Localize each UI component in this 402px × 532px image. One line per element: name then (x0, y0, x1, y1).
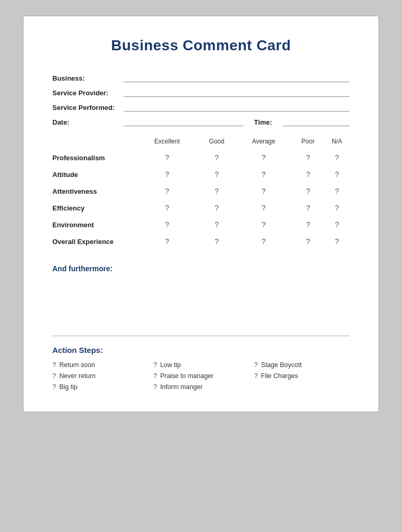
time-group: Time: (254, 117, 350, 126)
action-steps-grid: ?Return soon?Low tip?Stage Boycott?Never… (52, 361, 350, 391)
action-step-item[interactable]: ?Inform manger (153, 383, 249, 391)
action-step-item[interactable]: ?Never return (52, 372, 148, 380)
action-step-item[interactable]: ?Low tip (153, 361, 249, 369)
rating-cell[interactable]: ? (136, 233, 198, 250)
rating-row-label: Overall Experience (52, 233, 136, 250)
action-q-mark: ? (153, 361, 157, 369)
card-title: Business Comment Card (52, 37, 350, 54)
rating-cell[interactable]: ? (324, 199, 350, 216)
action-step-label: Inform manger (160, 383, 203, 391)
action-step-item[interactable]: ?Praise to manager (153, 372, 249, 380)
action-q-mark: ? (52, 361, 56, 369)
action-step-item[interactable]: ?File Charges (254, 372, 350, 380)
rating-cell[interactable]: ? (324, 183, 350, 199)
action-step-label: File Charges (261, 372, 298, 380)
service-provider-label: Service Provider: (52, 89, 120, 97)
date-time-row: Date: Time: (52, 117, 350, 126)
business-label: Business: (52, 74, 120, 82)
action-q-mark: ? (52, 372, 56, 380)
service-performed-field-row: Service Performed: (52, 102, 350, 112)
rating-cell[interactable]: ? (236, 183, 292, 199)
rating-row-label: Efficiency (52, 199, 136, 216)
rating-cell[interactable]: ? (292, 183, 325, 199)
rating-cell[interactable]: ? (324, 216, 350, 233)
service-provider-input-line[interactable] (124, 87, 350, 97)
rating-row-label: Attentiveness (52, 183, 136, 199)
action-step-label: Stage Boycott (261, 361, 302, 369)
rating-row-label: Professionalism (52, 149, 136, 166)
rating-cell[interactable]: ? (236, 149, 292, 166)
rating-cell[interactable]: ? (236, 199, 292, 216)
rating-cell[interactable]: ? (136, 216, 198, 233)
comment-card: Business Comment Card Business: Service … (23, 16, 379, 412)
furthermore-label: And furthermore: (52, 264, 350, 273)
rating-cell[interactable]: ? (236, 233, 292, 250)
action-q-mark: ? (153, 372, 157, 380)
rating-cell[interactable]: ? (198, 149, 235, 166)
action-step-item[interactable] (254, 383, 350, 391)
date-input-line[interactable] (124, 117, 243, 126)
action-step-item[interactable]: ?Big tip (52, 383, 148, 391)
rating-cell[interactable]: ? (136, 166, 198, 183)
service-provider-field-row: Service Provider: (52, 87, 350, 97)
action-step-label: Praise to manager (160, 372, 214, 380)
service-performed-input-line[interactable] (124, 102, 350, 112)
time-input-line[interactable] (283, 117, 350, 126)
col-header-excellent: Excellent (136, 138, 198, 149)
rating-cell[interactable]: ? (292, 216, 325, 233)
business-field-row: Business: (52, 73, 350, 82)
time-label: Time: (254, 118, 280, 126)
rating-cell[interactable]: ? (292, 166, 325, 183)
rating-row: Attitude????? (52, 166, 350, 183)
rating-row: Attentiveness????? (52, 183, 350, 199)
action-step-label: Never return (59, 372, 95, 380)
action-q-mark: ? (153, 383, 157, 391)
rating-cell[interactable]: ? (136, 183, 198, 199)
rating-row: Environment????? (52, 216, 350, 233)
action-step-label: Low tip (160, 361, 181, 369)
date-label: Date: (52, 118, 120, 126)
rating-cell[interactable]: ? (136, 199, 198, 216)
action-step-item[interactable]: ?Return soon (52, 361, 148, 369)
rating-cell[interactable]: ? (198, 183, 235, 199)
date-group: Date: (52, 117, 243, 126)
rating-row: Overall Experience????? (52, 233, 350, 250)
action-q-mark: ? (254, 361, 258, 369)
rating-row: Efficiency????? (52, 199, 350, 216)
rating-row-label: Attitude (52, 166, 136, 183)
rating-cell[interactable]: ? (324, 233, 350, 250)
rating-cell[interactable]: ? (292, 199, 325, 216)
action-q-mark: ? (52, 383, 56, 391)
rating-row-label: Environment (52, 216, 136, 233)
rating-row: Professionalism????? (52, 149, 350, 166)
rating-cell[interactable]: ? (292, 149, 325, 166)
rating-cell[interactable]: ? (198, 216, 235, 233)
rating-cell[interactable]: ? (324, 166, 350, 183)
action-step-label: Return soon (59, 361, 95, 369)
col-header-average: Average (236, 138, 292, 149)
rating-cell[interactable]: ? (198, 166, 235, 183)
col-header-good: Good (198, 138, 235, 149)
action-step-item[interactable]: ?Stage Boycott (254, 361, 350, 369)
rating-cell[interactable]: ? (198, 199, 235, 216)
business-input-line[interactable] (124, 73, 350, 82)
rating-cell[interactable]: ? (324, 149, 350, 166)
rating-table: Excellent Good Average Poor N/A Professi… (52, 138, 350, 250)
divider (52, 336, 350, 336)
action-q-mark: ? (254, 372, 258, 380)
action-steps-title: Action Steps: (52, 346, 350, 354)
col-header-poor: Poor (292, 138, 325, 149)
rating-cell[interactable]: ? (292, 233, 325, 250)
rating-cell[interactable]: ? (236, 166, 292, 183)
service-performed-label: Service Performed: (52, 104, 120, 112)
rating-cell[interactable]: ? (198, 233, 235, 250)
col-header-na: N/A (324, 138, 350, 149)
comment-area[interactable] (52, 278, 350, 325)
rating-cell[interactable]: ? (236, 216, 292, 233)
action-step-label: Big tip (59, 383, 77, 391)
rating-cell[interactable]: ? (136, 149, 198, 166)
